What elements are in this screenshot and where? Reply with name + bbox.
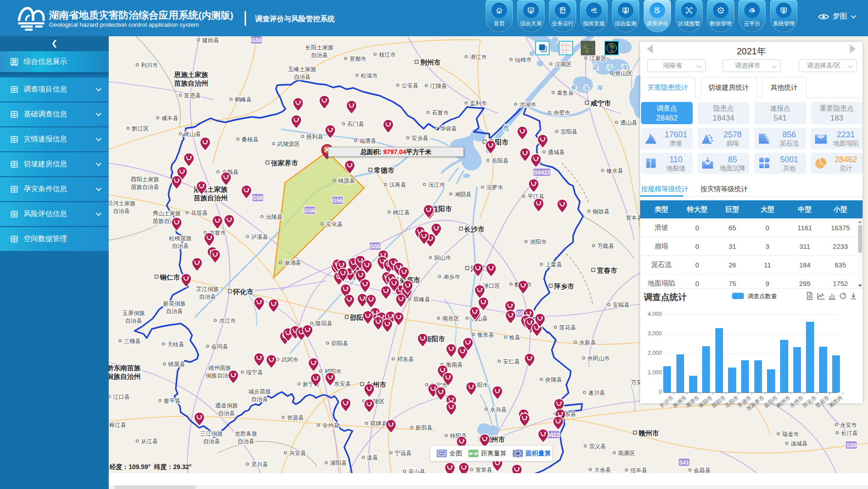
svg-text:G0422: G0422	[533, 169, 550, 176]
svg-text:黔江区: 黔江区	[132, 126, 149, 132]
svg-text:G50: G50	[251, 37, 262, 44]
svg-text:靖州苗族: 靖州苗族	[208, 365, 231, 371]
svg-text:湘乡市: 湘乡市	[443, 274, 460, 280]
svg-text:双牌县: 双牌县	[370, 421, 387, 427]
svg-text:三江侗族: 三江侗族	[200, 431, 223, 437]
svg-text:咸丰县: 咸丰县	[161, 115, 178, 121]
svg-text:铜鼓县: 铜鼓县	[592, 208, 610, 215]
svg-text:祁东县: 祁东县	[397, 356, 414, 363]
svg-text:通道侗族: 通道侗族	[215, 402, 238, 409]
svg-text:自治县: 自治县	[251, 396, 268, 402]
svg-text:榕江县: 榕江县	[109, 422, 126, 428]
svg-text:崇阳县: 崇阳县	[560, 129, 578, 135]
svg-text:萍乡市: 萍乡市	[554, 282, 574, 290]
svg-text:兴安县: 兴安县	[289, 450, 306, 456]
svg-text:仙桃市: 仙桃市	[515, 57, 532, 63]
svg-text:黎平县: 黎平县	[164, 398, 181, 404]
svg-text:安福县: 安福县	[612, 302, 630, 308]
svg-text:长阳土家族: 长阳土家族	[305, 44, 334, 51]
svg-text:洪湖市: 洪湖市	[519, 102, 536, 108]
svg-text:临澧县: 临澧县	[359, 138, 376, 144]
svg-text:石首市: 石首市	[432, 110, 449, 116]
svg-text:自治县: 自治县	[237, 438, 255, 445]
svg-text:秀山土家族: 秀山土家族	[153, 210, 181, 217]
svg-text:松桃苗族: 松桃苗族	[169, 235, 192, 242]
svg-text:自治县: 自治县	[125, 318, 142, 324]
svg-text:连城县: 连城县	[791, 441, 808, 447]
svg-text:安仁县: 安仁县	[503, 358, 520, 365]
svg-text:赤壁市: 赤壁市	[553, 110, 570, 116]
svg-text:汉南区: 汉南区	[555, 61, 572, 68]
svg-text:安化县: 安化县	[326, 221, 343, 228]
svg-text:万载县: 万载县	[597, 243, 614, 249]
svg-text:咸宁市: 咸宁市	[590, 99, 611, 107]
svg-text:锦屏县: 锦屏县	[168, 361, 185, 368]
svg-text:自治县: 自治县	[172, 243, 189, 249]
svg-text:会昌县: 会昌县	[694, 467, 711, 474]
svg-text:赣州市: 赣州市	[638, 429, 659, 437]
svg-text:黔东南苗族: 黔东南苗族	[109, 364, 141, 372]
svg-text:隆回县: 隆回县	[315, 320, 333, 327]
svg-text:崇义县: 崇义县	[589, 443, 606, 450]
svg-text:安乡县: 安乡县	[411, 135, 429, 141]
svg-text:桑植县: 桑植县	[241, 136, 259, 143]
svg-text:潜江市: 潜江市	[470, 54, 487, 60]
svg-text:泸溪县: 泸溪县	[251, 234, 268, 240]
svg-text:龙胜各族: 龙胜各族	[235, 431, 258, 437]
svg-text:宣恩县: 宣恩县	[184, 92, 201, 99]
svg-text:沿河土家族: 沿河土家族	[109, 200, 136, 207]
svg-text:灵川县: 灵川县	[251, 461, 268, 468]
svg-text:江陵县: 江陵县	[430, 83, 447, 89]
svg-text:梁 子 湖: 梁 子 湖	[592, 64, 631, 71]
svg-text:永安市: 永安市	[840, 422, 857, 428]
svg-text:自治县: 自治县	[294, 74, 311, 80]
svg-text:玉屏侗族: 玉屏侗族	[122, 310, 145, 316]
svg-text:双峰县: 双峰县	[413, 296, 430, 303]
svg-text:G56: G56	[252, 195, 263, 201]
svg-text:通城县: 通城县	[548, 149, 565, 155]
svg-text:宜春市: 宜春市	[597, 266, 617, 274]
svg-text:长汀县: 长汀县	[841, 430, 858, 436]
svg-text:绥宁县: 绥宁县	[246, 369, 263, 376]
svg-text:怀化市: 怀化市	[233, 288, 254, 295]
svg-text:铜仁市: 铜仁市	[159, 273, 180, 281]
svg-text:芷江侗族: 芷江侗族	[196, 286, 219, 292]
svg-text:溆浦县: 溆浦县	[284, 260, 301, 266]
svg-text:龙山县: 龙山县	[184, 131, 201, 137]
svg-text:沅江市: 沅江市	[428, 182, 445, 188]
svg-text:江口县: 江口县	[113, 394, 130, 400]
svg-text:慈利县: 慈利县	[306, 134, 323, 140]
svg-text:衡南县: 衡南县	[446, 362, 463, 368]
svg-text:道县: 道县	[367, 455, 378, 461]
svg-text:五峰土家族: 五峰土家族	[288, 66, 317, 73]
svg-text:永兴县: 永兴县	[490, 407, 507, 413]
svg-text:南康区: 南康区	[618, 450, 635, 456]
svg-text:蓝山县: 蓝山县	[408, 469, 425, 474]
svg-text:恩施土家族: 恩施土家族	[174, 71, 209, 78]
svg-text:长沙市: 长沙市	[464, 225, 485, 233]
svg-text:炎陵县: 炎陵县	[545, 377, 562, 383]
svg-text:监利市: 监利市	[470, 100, 487, 107]
svg-text:韶山市: 韶山市	[434, 255, 451, 261]
svg-text:桃江县: 桃江县	[393, 209, 410, 216]
svg-text:石门县: 石门县	[347, 121, 364, 127]
svg-text:公安县: 公安县	[401, 82, 419, 89]
svg-text:衡东县: 衡东县	[477, 332, 494, 338]
svg-text:酉阳土家族: 酉阳土家族	[131, 176, 159, 183]
svg-text:天柱县: 天柱县	[167, 341, 184, 348]
svg-text:岳阳县: 岳阳县	[492, 158, 509, 164]
svg-text:武陵源区: 武陵源区	[277, 141, 300, 147]
svg-text:大余县: 大余县	[594, 467, 611, 473]
svg-text:自治县: 自治县	[199, 294, 216, 300]
svg-text:资源县: 资源县	[287, 415, 304, 421]
svg-text:武冈市: 武冈市	[281, 357, 299, 363]
svg-text:全州县: 全州县	[322, 422, 339, 429]
svg-text:城步苗族: 城步苗族	[248, 388, 271, 395]
svg-text:建始县: 建始县	[202, 37, 219, 44]
svg-text:宁远县: 宁远县	[395, 450, 412, 456]
svg-text:宜章县: 宜章县	[475, 467, 492, 473]
svg-text:荆州市: 荆州市	[420, 58, 441, 66]
svg-text:通山县: 通山县	[620, 120, 637, 126]
svg-text:遂川县: 遂川县	[588, 390, 605, 396]
svg-text:莲花县: 莲花县	[559, 324, 576, 331]
